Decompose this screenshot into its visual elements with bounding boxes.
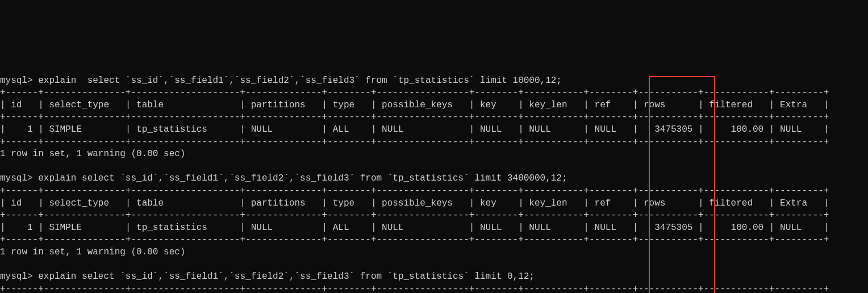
terminal-text: mysql> explain select `ss_id`,`ss_field1… (0, 76, 829, 293)
terminal-output: mysql> explain select `ss_id`,`ss_field1… (0, 61, 868, 293)
